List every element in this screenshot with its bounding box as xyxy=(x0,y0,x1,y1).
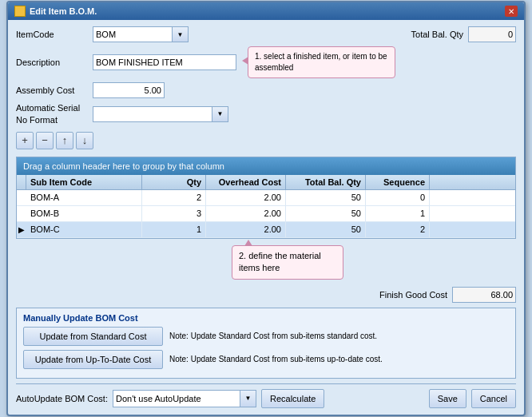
toolbar: + − ↑ ↓ xyxy=(16,129,516,152)
autoupdate-input[interactable] xyxy=(113,390,240,407)
autoupdate-select-group: ▼ xyxy=(113,390,256,407)
auto-serial-line1: Automatic Serial xyxy=(16,102,88,113)
item-code-dropdown-btn[interactable]: ▼ xyxy=(173,26,189,42)
title-bar: Edit Item B.O.M. ✕ xyxy=(8,2,524,20)
auto-serial-row: Automatic Serial No Format ▼ xyxy=(16,102,516,125)
manually-update-title: Manually Update BOM Cost xyxy=(23,313,509,323)
cell-qty: 2 xyxy=(142,190,206,205)
assembly-cost-input[interactable] xyxy=(93,82,165,98)
callout1-bubble: 1. select a finished item, or item to be… xyxy=(248,46,395,78)
close-button[interactable]: ✕ xyxy=(505,6,518,17)
cell-total-bal: 50 xyxy=(286,206,366,221)
cell-overhead: 2.00 xyxy=(206,222,286,237)
callout2-section: 2. define the material items here xyxy=(16,245,516,284)
callout1-arrow xyxy=(242,57,248,65)
grid-column-headers: Sub Item Code Qty Overhead Cost Total Ba… xyxy=(17,175,515,190)
remove-row-button[interactable]: − xyxy=(36,132,54,149)
item-code-row: ItemCode ▼ Total Bal. Qty xyxy=(16,26,516,42)
callout2-text: 2. define the material items here xyxy=(239,251,321,272)
cell-qty: 1 xyxy=(142,222,206,237)
footer-row: AutoUpdate BOM Cost: ▼ Recalculate Save … xyxy=(16,383,516,408)
cell-total-bal: 50 xyxy=(286,222,366,237)
grid-drag-header: Drag a column header here to group by th… xyxy=(17,157,515,175)
col-header-sequence: Sequence xyxy=(366,175,430,189)
item-code-label: ItemCode xyxy=(16,30,88,39)
cell-sub-item-code: BOM-A xyxy=(26,190,142,205)
assembly-cost-row: Assembly Cost xyxy=(16,82,516,98)
window-icon xyxy=(14,6,26,17)
move-up-button[interactable]: ↑ xyxy=(56,132,73,149)
table-row[interactable]: ▶ BOM-C 1 2.00 50 2 xyxy=(17,222,515,238)
manually-update-section: Manually Update BOM Cost Update from Sta… xyxy=(16,308,516,379)
row-indicator: ▶ xyxy=(17,225,26,234)
description-section: Description 1. select a finished item, o… xyxy=(16,46,516,78)
item-code-input[interactable] xyxy=(93,26,173,42)
bom-grid: Drag a column header here to group by th… xyxy=(16,157,516,239)
autoupdate-dropdown-btn[interactable]: ▼ xyxy=(240,390,256,407)
recalculate-button[interactable]: Recalculate xyxy=(261,389,324,408)
auto-serial-line2: No Format xyxy=(16,114,88,125)
auto-serial-label: Automatic Serial No Format xyxy=(16,102,88,125)
cell-sequence: 0 xyxy=(366,190,430,205)
callout2-bubble: 2. define the material items here xyxy=(232,245,343,280)
col-header-overhead: Overhead Cost xyxy=(206,175,286,189)
total-bal-qty-input[interactable] xyxy=(468,26,516,42)
std-cost-note: Note: Update Standard Cost from sub-item… xyxy=(169,331,377,342)
cell-sub-item-code: BOM-C xyxy=(26,222,142,237)
uptodate-cost-row: Update from Up-To-Date Cost Note: Update… xyxy=(23,350,509,369)
description-input[interactable] xyxy=(93,54,236,70)
move-down-button[interactable]: ↓ xyxy=(76,132,93,149)
col-header-qty: Qty xyxy=(142,175,206,189)
window: Edit Item B.O.M. ✕ ItemCode ▼ Total Bal.… xyxy=(6,1,526,416)
uptodate-cost-note: Note: Update Standard Cost from sub-item… xyxy=(169,354,383,365)
uptodate-cost-button[interactable]: Update from Up-To-Date Cost xyxy=(23,350,163,369)
title-bar-left: Edit Item B.O.M. xyxy=(14,6,97,17)
cancel-button[interactable]: Cancel xyxy=(471,389,516,408)
cell-sub-item-code: BOM-B xyxy=(26,206,142,221)
callout1-text: 1. select a finished item, or item to be… xyxy=(255,52,387,72)
cell-sequence: 1 xyxy=(366,206,430,221)
callout2-container: 2. define the material items here xyxy=(232,245,343,280)
cell-overhead: 2.00 xyxy=(206,206,286,221)
cell-overhead: 2.00 xyxy=(206,190,286,205)
std-cost-row: Update from Standard Cost Note: Update S… xyxy=(23,327,509,346)
description-label: Description xyxy=(16,58,88,67)
col-header-total-bal: Total Bal. Qty xyxy=(286,175,366,189)
assembly-cost-label: Assembly Cost xyxy=(16,85,88,95)
callout2-arrow xyxy=(244,240,252,246)
description-row: Description 1. select a finished item, o… xyxy=(16,46,516,78)
finish-good-label: Finish Good Cost xyxy=(379,290,447,300)
callout1-container: 1. select a finished item, or item to be… xyxy=(248,46,395,78)
content-area: ItemCode ▼ Total Bal. Qty Description 1.… xyxy=(8,20,524,415)
finish-good-input[interactable] xyxy=(452,287,516,303)
grid-drag-text: Drag a column header here to group by th… xyxy=(23,161,224,171)
col-header-sub-item: Sub Item Code xyxy=(26,175,142,189)
finish-good-cost-row: Finish Good Cost xyxy=(16,287,516,303)
item-code-field-group: ▼ xyxy=(93,26,189,42)
auto-serial-dropdown-btn[interactable]: ▼ xyxy=(212,106,228,122)
add-row-button[interactable]: + xyxy=(16,132,34,149)
window-title: Edit Item B.O.M. xyxy=(30,6,97,16)
std-cost-button[interactable]: Update from Standard Cost xyxy=(23,327,163,346)
save-button[interactable]: Save xyxy=(429,389,466,408)
auto-serial-input[interactable] xyxy=(93,106,212,122)
cell-sequence: 2 xyxy=(366,222,430,237)
auto-serial-field-group: ▼ xyxy=(93,106,228,122)
total-bal-qty-label: Total Bal. Qty xyxy=(391,30,463,39)
cell-total-bal: 50 xyxy=(286,190,366,205)
autoupdate-label: AutoUpdate BOM Cost: xyxy=(16,394,108,403)
cell-qty: 3 xyxy=(142,206,206,221)
table-row[interactable]: BOM-A 2 2.00 50 0 xyxy=(17,190,515,206)
table-row[interactable]: BOM-B 3 2.00 50 1 xyxy=(17,206,515,222)
